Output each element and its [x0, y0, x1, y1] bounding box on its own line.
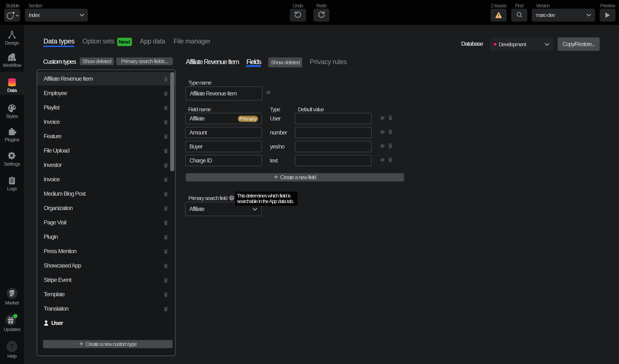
svg-text:?: ? [10, 343, 14, 350]
